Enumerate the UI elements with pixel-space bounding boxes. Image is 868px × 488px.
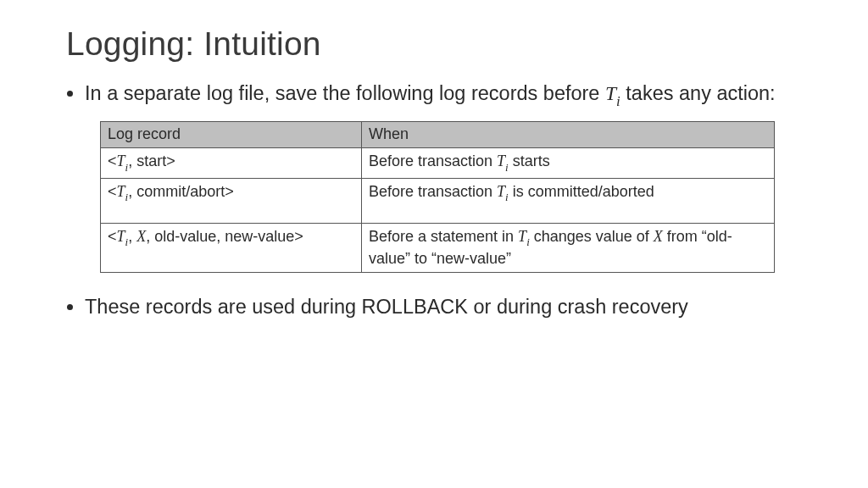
table-header-row: Log record When xyxy=(101,122,775,148)
cell-r2c2: Before transaction Ti is committed/abort… xyxy=(362,179,775,224)
body-list-2: These records are used during ROLLBACK o… xyxy=(66,295,802,319)
table-row: <Ti, start> Before transaction Ti starts xyxy=(101,148,775,179)
col-header-log-record: Log record xyxy=(101,122,362,148)
col-header-when: When xyxy=(362,122,775,148)
table-row: <Ti, commit/abort> Before transaction Ti… xyxy=(101,179,775,224)
cell-r1c1: <Ti, start> xyxy=(101,148,362,179)
bullet-2: These records are used during ROLLBACK o… xyxy=(85,295,802,319)
ti-var: Ti xyxy=(605,82,620,104)
bullet-1-text-a: In a separate log file, save the followi… xyxy=(85,82,605,104)
log-table: Log record When <Ti, start> Before trans… xyxy=(100,121,775,273)
bullet-1-text-b: takes any action: xyxy=(620,82,776,104)
cell-r3c1: <Ti, X, old-value, new-value> xyxy=(101,224,362,273)
bullet-1: In a separate log file, save the followi… xyxy=(85,81,802,109)
slide: Logging: Intuition In a separate log fil… xyxy=(0,0,868,488)
cell-r1c2: Before transaction Ti starts xyxy=(362,148,775,179)
cell-r2c1: <Ti, commit/abort> xyxy=(101,179,362,224)
body-list: In a separate log file, save the followi… xyxy=(66,81,802,109)
table-row: <Ti, X, old-value, new-value> Before a s… xyxy=(101,224,775,273)
cell-r3c2: Before a statement in Ti changes value o… xyxy=(362,224,775,273)
slide-title: Logging: Intuition xyxy=(66,25,802,63)
